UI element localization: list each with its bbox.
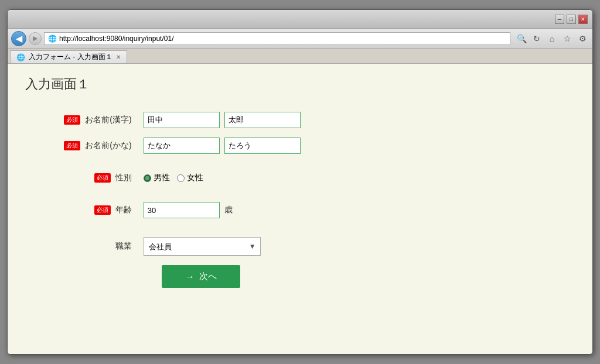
address-bar[interactable]: 🌐 http://localhost:9080/inquiry/input/01… [44,32,510,45]
gender-inputs: 男性 女性 [138,168,377,188]
next-arrow-icon: → [185,272,195,282]
window-controls: ─ □ ✕ [555,15,588,24]
age-unit-label: 歳 [224,205,233,215]
minimize-button[interactable]: ─ [555,15,564,24]
required-badge-name-kana: 必須 [64,141,80,150]
tab-label: 入力フォーム - 入力画面１ [29,52,112,62]
name-kana-label-cell: 必須 お名前(かな) [25,133,138,159]
gender-label: 性別 [115,173,132,182]
age-input[interactable] [144,202,220,218]
tab-close-button[interactable]: ✕ [116,54,121,60]
forward-arrow-icon: ▶ [33,35,38,42]
gender-male-text: 男性 [154,173,170,183]
age-input-group: 歳 [144,202,371,218]
occupation-select-wrap: 会社員 自営業 学生 主婦 その他 ▼ [144,237,261,256]
browser-window: ─ □ ✕ ◀ ▶ 🌐 http://localhost:9080/inquir… [7,9,593,355]
age-label-cell: 必須 年齢 [25,197,138,223]
settings-button[interactable]: ⚙ [576,32,589,45]
name-kana-first-input[interactable] [224,138,301,154]
gender-female-radio[interactable] [177,174,185,182]
favorites-button[interactable]: ☆ [561,32,574,45]
name-kana-input-pair [144,138,371,154]
back-arrow-icon: ◀ [16,34,22,43]
gender-label-cell: 必須 性別 [25,168,138,188]
required-badge-gender: 必須 [94,173,111,183]
home-button[interactable]: ⌂ [546,32,558,45]
required-badge-name-kanji: 必須 [64,115,80,125]
back-button[interactable]: ◀ [11,31,26,46]
tab-bar: 🌐 入力フォーム - 入力画面１ ✕ [8,49,592,64]
content-area: 入力画面１ 必須 お名前(漢字) 必須 お名前(か [8,64,592,354]
name-kanji-last-input[interactable] [144,112,220,128]
refresh-button[interactable]: ↻ [530,32,543,45]
page-icon: 🌐 [48,35,57,43]
title-bar: ─ □ ✕ [8,10,592,29]
occupation-input-cell: 会社員 自営業 学生 主婦 その他 ▼ [138,232,377,260]
tab-input-form[interactable]: 🌐 入力フォーム - 入力画面１ ✕ [10,50,127,63]
name-kanji-input-pair [144,112,371,128]
name-kana-label: お名前(かな) [85,140,131,150]
next-btn-cell: → 次へ [25,260,377,293]
name-kana-last-input[interactable] [144,138,220,154]
form-table: 必須 お名前(漢字) 必須 お名前(かな) [25,107,377,293]
forward-button[interactable]: ▶ [29,32,42,45]
nav-icons: 🔍 ↻ ⌂ ☆ ⚙ [515,32,589,45]
gender-female-label[interactable]: 女性 [177,173,203,183]
gender-male-label[interactable]: 男性 [144,173,170,183]
next-btn-row: → 次へ [25,260,377,293]
name-kanji-label-cell: 必須 お名前(漢字) [25,107,138,133]
search-button[interactable]: 🔍 [515,32,528,45]
name-kanji-inputs [138,107,377,133]
next-btn-label: 次へ [199,271,217,282]
page-title: 入力画面１ [25,75,575,93]
name-kanji-row: 必須 お名前(漢字) [25,107,377,133]
age-row: 必須 年齢 歳 [25,197,377,223]
occupation-row: 職業 会社員 自営業 学生 主婦 その他 ▼ [25,232,377,260]
url-text: http://localhost:9080/inquiry/input/01/ [59,35,173,43]
occupation-label: 職業 [115,241,132,250]
maximize-button[interactable]: □ [567,15,576,24]
gender-female-text: 女性 [187,173,203,183]
name-kana-row: 必須 お名前(かな) [25,133,377,159]
age-input-cell: 歳 [138,197,377,223]
required-badge-age: 必須 [94,205,111,215]
nav-bar: ◀ ▶ 🌐 http://localhost:9080/inquiry/inpu… [8,29,592,49]
name-kanji-label: お名前(漢字) [85,115,131,124]
next-button[interactable]: → 次へ [162,265,240,288]
age-label: 年齢 [115,205,132,214]
gender-row: 必須 性別 男性 女性 [25,168,377,188]
name-kanji-first-input[interactable] [224,112,301,128]
name-kana-inputs [138,133,377,159]
occupation-label-cell: 職業 [25,232,138,260]
close-button[interactable]: ✕ [578,15,588,24]
gender-radio-group: 男性 女性 [144,173,371,183]
gender-male-radio[interactable] [144,174,151,182]
occupation-select[interactable]: 会社員 自営業 学生 主婦 その他 [144,237,261,256]
tab-icon: 🌐 [16,53,25,61]
